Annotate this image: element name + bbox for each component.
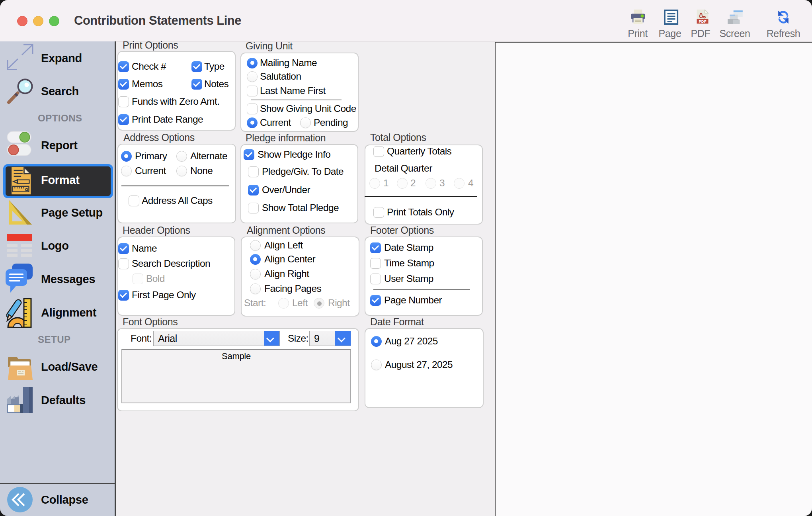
svg-text:PDF: PDF: [699, 19, 707, 23]
